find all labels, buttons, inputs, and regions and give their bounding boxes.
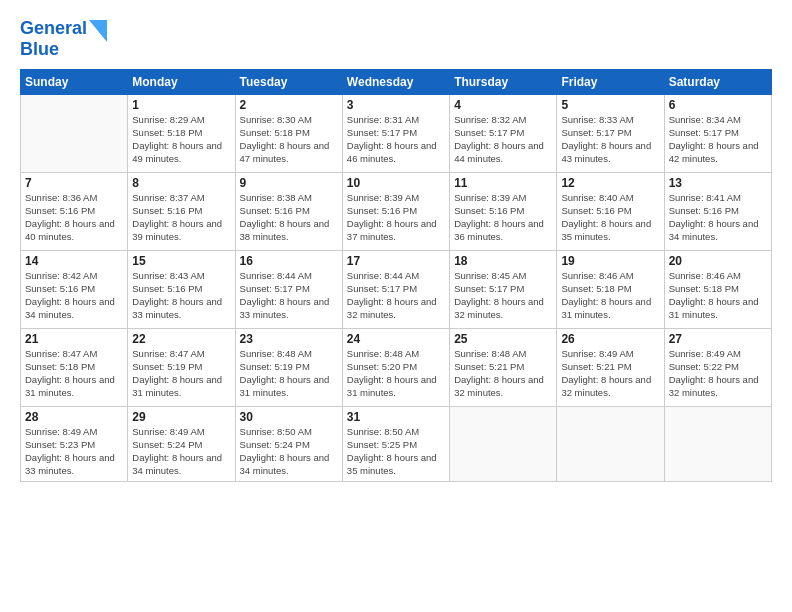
- day-detail: Sunrise: 8:33 AMSunset: 5:17 PMDaylight:…: [561, 114, 659, 165]
- day-detail: Sunrise: 8:43 AMSunset: 5:16 PMDaylight:…: [132, 270, 230, 321]
- day-number: 4: [454, 98, 552, 112]
- day-detail: Sunrise: 8:49 AMSunset: 5:23 PMDaylight:…: [25, 426, 123, 477]
- calendar-cell: 17Sunrise: 8:44 AMSunset: 5:17 PMDayligh…: [342, 251, 449, 329]
- day-number: 19: [561, 254, 659, 268]
- svg-marker-0: [89, 20, 107, 42]
- calendar-table: SundayMondayTuesdayWednesdayThursdayFrid…: [20, 69, 772, 481]
- calendar-cell: [557, 407, 664, 481]
- calendar-cell: 11Sunrise: 8:39 AMSunset: 5:16 PMDayligh…: [450, 173, 557, 251]
- calendar-cell: 28Sunrise: 8:49 AMSunset: 5:23 PMDayligh…: [21, 407, 128, 481]
- day-number: 16: [240, 254, 338, 268]
- day-detail: Sunrise: 8:47 AMSunset: 5:19 PMDaylight:…: [132, 348, 230, 399]
- day-detail: Sunrise: 8:39 AMSunset: 5:16 PMDaylight:…: [347, 192, 445, 243]
- day-number: 27: [669, 332, 767, 346]
- calendar-cell: 31Sunrise: 8:50 AMSunset: 5:25 PMDayligh…: [342, 407, 449, 481]
- day-detail: Sunrise: 8:38 AMSunset: 5:16 PMDaylight:…: [240, 192, 338, 243]
- calendar-cell: 7Sunrise: 8:36 AMSunset: 5:16 PMDaylight…: [21, 173, 128, 251]
- day-detail: Sunrise: 8:45 AMSunset: 5:17 PMDaylight:…: [454, 270, 552, 321]
- day-number: 8: [132, 176, 230, 190]
- calendar-cell: 12Sunrise: 8:40 AMSunset: 5:16 PMDayligh…: [557, 173, 664, 251]
- day-number: 12: [561, 176, 659, 190]
- day-number: 6: [669, 98, 767, 112]
- calendar-cell: 14Sunrise: 8:42 AMSunset: 5:16 PMDayligh…: [21, 251, 128, 329]
- calendar-week-row: 21Sunrise: 8:47 AMSunset: 5:18 PMDayligh…: [21, 329, 772, 407]
- weekday-header: Sunday: [21, 70, 128, 95]
- day-number: 24: [347, 332, 445, 346]
- day-detail: Sunrise: 8:47 AMSunset: 5:18 PMDaylight:…: [25, 348, 123, 399]
- day-detail: Sunrise: 8:34 AMSunset: 5:17 PMDaylight:…: [669, 114, 767, 165]
- day-detail: Sunrise: 8:30 AMSunset: 5:18 PMDaylight:…: [240, 114, 338, 165]
- day-number: 9: [240, 176, 338, 190]
- calendar-cell: 19Sunrise: 8:46 AMSunset: 5:18 PMDayligh…: [557, 251, 664, 329]
- calendar-week-row: 28Sunrise: 8:49 AMSunset: 5:23 PMDayligh…: [21, 407, 772, 481]
- weekday-header: Saturday: [664, 70, 771, 95]
- day-detail: Sunrise: 8:48 AMSunset: 5:20 PMDaylight:…: [347, 348, 445, 399]
- day-number: 1: [132, 98, 230, 112]
- calendar-cell: [21, 95, 128, 173]
- calendar-cell: 23Sunrise: 8:48 AMSunset: 5:19 PMDayligh…: [235, 329, 342, 407]
- calendar-cell: 13Sunrise: 8:41 AMSunset: 5:16 PMDayligh…: [664, 173, 771, 251]
- day-number: 3: [347, 98, 445, 112]
- logo-chevron: [89, 20, 107, 46]
- day-number: 28: [25, 410, 123, 424]
- day-number: 10: [347, 176, 445, 190]
- calendar-week-row: 7Sunrise: 8:36 AMSunset: 5:16 PMDaylight…: [21, 173, 772, 251]
- day-detail: Sunrise: 8:31 AMSunset: 5:17 PMDaylight:…: [347, 114, 445, 165]
- day-number: 7: [25, 176, 123, 190]
- logo-text: GeneralBlue: [20, 18, 87, 59]
- calendar-cell: 25Sunrise: 8:48 AMSunset: 5:21 PMDayligh…: [450, 329, 557, 407]
- day-number: 21: [25, 332, 123, 346]
- weekday-header: Wednesday: [342, 70, 449, 95]
- day-number: 5: [561, 98, 659, 112]
- logo-container: GeneralBlue: [20, 18, 107, 59]
- day-number: 29: [132, 410, 230, 424]
- calendar-page: GeneralBlue SundayMondayTuesdayWednesday…: [0, 0, 792, 612]
- calendar-cell: 9Sunrise: 8:38 AMSunset: 5:16 PMDaylight…: [235, 173, 342, 251]
- day-number: 13: [669, 176, 767, 190]
- day-number: 25: [454, 332, 552, 346]
- weekday-header: Monday: [128, 70, 235, 95]
- calendar-week-row: 14Sunrise: 8:42 AMSunset: 5:16 PMDayligh…: [21, 251, 772, 329]
- day-number: 15: [132, 254, 230, 268]
- calendar-cell: 21Sunrise: 8:47 AMSunset: 5:18 PMDayligh…: [21, 329, 128, 407]
- calendar-cell: 8Sunrise: 8:37 AMSunset: 5:16 PMDaylight…: [128, 173, 235, 251]
- day-detail: Sunrise: 8:41 AMSunset: 5:16 PMDaylight:…: [669, 192, 767, 243]
- day-detail: Sunrise: 8:44 AMSunset: 5:17 PMDaylight:…: [347, 270, 445, 321]
- logo: GeneralBlue: [20, 18, 107, 59]
- day-detail: Sunrise: 8:36 AMSunset: 5:16 PMDaylight:…: [25, 192, 123, 243]
- weekday-header-row: SundayMondayTuesdayWednesdayThursdayFrid…: [21, 70, 772, 95]
- calendar-cell: [450, 407, 557, 481]
- calendar-cell: 3Sunrise: 8:31 AMSunset: 5:17 PMDaylight…: [342, 95, 449, 173]
- day-detail: Sunrise: 8:49 AMSunset: 5:21 PMDaylight:…: [561, 348, 659, 399]
- day-number: 31: [347, 410, 445, 424]
- day-detail: Sunrise: 8:32 AMSunset: 5:17 PMDaylight:…: [454, 114, 552, 165]
- day-detail: Sunrise: 8:40 AMSunset: 5:16 PMDaylight:…: [561, 192, 659, 243]
- day-detail: Sunrise: 8:46 AMSunset: 5:18 PMDaylight:…: [669, 270, 767, 321]
- calendar-cell: 30Sunrise: 8:50 AMSunset: 5:24 PMDayligh…: [235, 407, 342, 481]
- calendar-cell: [664, 407, 771, 481]
- calendar-cell: 26Sunrise: 8:49 AMSunset: 5:21 PMDayligh…: [557, 329, 664, 407]
- weekday-header: Friday: [557, 70, 664, 95]
- day-detail: Sunrise: 8:39 AMSunset: 5:16 PMDaylight:…: [454, 192, 552, 243]
- calendar-cell: 4Sunrise: 8:32 AMSunset: 5:17 PMDaylight…: [450, 95, 557, 173]
- calendar-cell: 16Sunrise: 8:44 AMSunset: 5:17 PMDayligh…: [235, 251, 342, 329]
- day-number: 26: [561, 332, 659, 346]
- day-detail: Sunrise: 8:37 AMSunset: 5:16 PMDaylight:…: [132, 192, 230, 243]
- weekday-header: Thursday: [450, 70, 557, 95]
- calendar-cell: 29Sunrise: 8:49 AMSunset: 5:24 PMDayligh…: [128, 407, 235, 481]
- day-detail: Sunrise: 8:49 AMSunset: 5:24 PMDaylight:…: [132, 426, 230, 477]
- day-number: 18: [454, 254, 552, 268]
- day-detail: Sunrise: 8:48 AMSunset: 5:19 PMDaylight:…: [240, 348, 338, 399]
- day-detail: Sunrise: 8:42 AMSunset: 5:16 PMDaylight:…: [25, 270, 123, 321]
- calendar-cell: 24Sunrise: 8:48 AMSunset: 5:20 PMDayligh…: [342, 329, 449, 407]
- calendar-cell: 20Sunrise: 8:46 AMSunset: 5:18 PMDayligh…: [664, 251, 771, 329]
- day-detail: Sunrise: 8:49 AMSunset: 5:22 PMDaylight:…: [669, 348, 767, 399]
- day-detail: Sunrise: 8:44 AMSunset: 5:17 PMDaylight:…: [240, 270, 338, 321]
- day-number: 30: [240, 410, 338, 424]
- calendar-cell: 27Sunrise: 8:49 AMSunset: 5:22 PMDayligh…: [664, 329, 771, 407]
- day-number: 20: [669, 254, 767, 268]
- day-number: 23: [240, 332, 338, 346]
- calendar-cell: 18Sunrise: 8:45 AMSunset: 5:17 PMDayligh…: [450, 251, 557, 329]
- day-detail: Sunrise: 8:29 AMSunset: 5:18 PMDaylight:…: [132, 114, 230, 165]
- day-detail: Sunrise: 8:50 AMSunset: 5:25 PMDaylight:…: [347, 426, 445, 477]
